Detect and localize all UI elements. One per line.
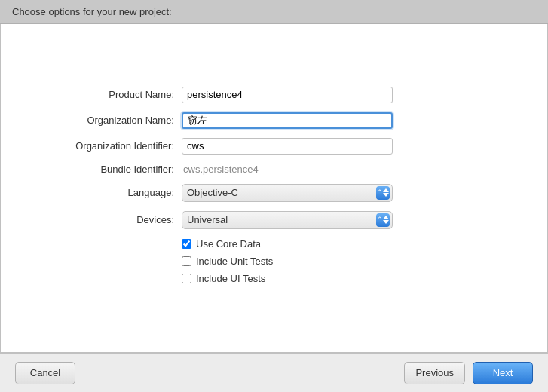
- product-name-input[interactable]: [182, 87, 393, 103]
- next-button[interactable]: Next: [473, 362, 533, 384]
- ui-tests-checkbox[interactable]: [182, 274, 191, 283]
- language-select[interactable]: Objective-C Swift: [182, 184, 393, 202]
- devices-label: Devices:: [31, 214, 182, 225]
- bottom-bar: Cancel Previous Next: [0, 353, 548, 392]
- ui-tests-row: Include UI Tests: [182, 273, 517, 284]
- main-content: Product Name: Organization Name: Organiz…: [0, 24, 548, 353]
- form-area: Product Name: Organization Name: Organiz…: [1, 24, 547, 352]
- org-name-label: Organization Name:: [31, 115, 182, 126]
- org-name-input[interactable]: [182, 112, 393, 129]
- use-core-data-row: Use Core Data: [182, 238, 517, 250]
- top-bar: Choose options for your new project:: [0, 0, 548, 24]
- header-title: Choose options for your new project:: [12, 6, 172, 17]
- use-core-data-label[interactable]: Use Core Data: [196, 238, 261, 250]
- ui-tests-label[interactable]: Include UI Tests: [196, 273, 265, 284]
- unit-tests-label[interactable]: Include Unit Tests: [196, 256, 273, 267]
- bottom-right-buttons: Previous Next: [404, 362, 533, 384]
- cancel-button[interactable]: Cancel: [15, 362, 75, 384]
- org-id-input[interactable]: [182, 138, 393, 155]
- use-core-data-checkbox[interactable]: [182, 239, 191, 249]
- unit-tests-row: Include Unit Tests: [182, 256, 517, 267]
- unit-tests-checkbox[interactable]: [182, 256, 191, 266]
- devices-select-wrapper: Universal iPhone iPad: [182, 211, 393, 229]
- product-name-label: Product Name:: [31, 89, 182, 100]
- language-select-wrapper: Objective-C Swift: [182, 184, 393, 202]
- bundle-id-label: Bundle Identifier:: [31, 164, 182, 175]
- devices-row: Devices: Universal iPhone iPad: [31, 211, 517, 229]
- devices-select[interactable]: Universal iPhone iPad: [182, 211, 393, 229]
- language-row: Language: Objective-C Swift: [31, 184, 517, 202]
- previous-button[interactable]: Previous: [404, 362, 465, 384]
- org-id-label: Organization Identifier:: [31, 140, 182, 152]
- org-name-row: Organization Name:: [31, 112, 517, 129]
- org-id-row: Organization Identifier:: [31, 138, 517, 155]
- product-name-row: Product Name:: [31, 87, 517, 103]
- language-label: Language:: [31, 187, 182, 198]
- bundle-id-row: Bundle Identifier: cws.persistence4: [31, 164, 517, 175]
- bundle-id-value: cws.persistence4: [182, 164, 259, 175]
